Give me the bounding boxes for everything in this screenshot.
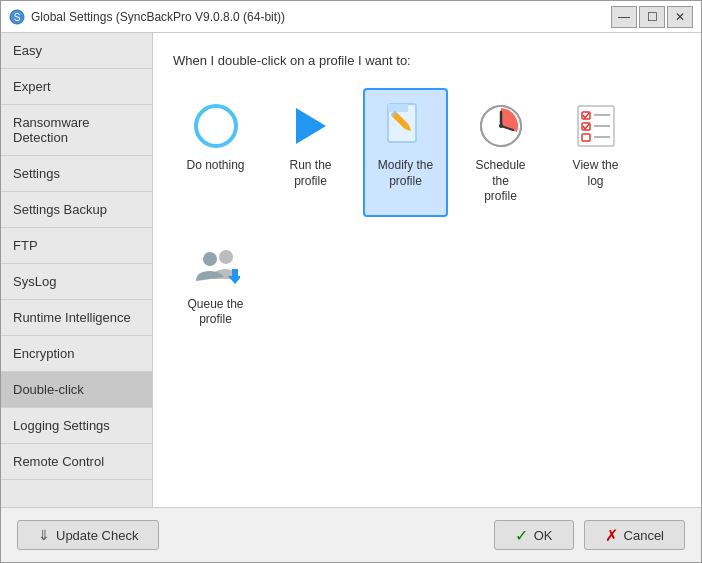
circle-icon — [190, 100, 242, 152]
queue-icon — [190, 239, 242, 291]
update-check-label: Update Check — [56, 528, 138, 543]
schedule-icon — [475, 100, 527, 152]
svg-rect-18 — [582, 134, 590, 141]
footer-right: ✓ OK ✗ Cancel — [494, 520, 685, 550]
ok-button[interactable]: ✓ OK — [494, 520, 574, 550]
check-icon: ✓ — [515, 526, 528, 545]
option-schedule-profile-label: Schedule theprofile — [468, 158, 533, 205]
sidebar-item-encryption[interactable]: Encryption — [1, 336, 152, 372]
main-window: S Global Settings (SyncBackPro V9.0.8.0 … — [0, 0, 702, 563]
cancel-button[interactable]: ✗ Cancel — [584, 520, 685, 550]
content-area: When I double-click on a profile I want … — [153, 33, 701, 507]
window-title: Global Settings (SyncBackPro V9.0.8.0 (6… — [31, 10, 285, 24]
sidebar-item-runtime-intelligence[interactable]: Runtime Intelligence — [1, 300, 152, 336]
option-run-profile[interactable]: Run the profile — [268, 88, 353, 217]
close-button[interactable]: ✕ — [667, 6, 693, 28]
option-run-profile-label: Run the profile — [278, 158, 343, 189]
svg-point-11 — [499, 124, 503, 128]
maximize-button[interactable]: ☐ — [639, 6, 665, 28]
edit-icon — [380, 100, 432, 152]
sidebar-item-syslog[interactable]: SysLog — [1, 264, 152, 300]
ok-label: OK — [534, 528, 553, 543]
sidebar-item-ransomware-detection[interactable]: Ransomware Detection — [1, 105, 152, 156]
svg-text:S: S — [14, 12, 21, 23]
footer-left: ⇓ Update Check — [17, 520, 159, 550]
svg-rect-3 — [388, 104, 408, 112]
profile-options: Do nothing Run the profile — [173, 88, 681, 340]
title-bar-left: S Global Settings (SyncBackPro V9.0.8.0 … — [9, 9, 285, 25]
x-icon: ✗ — [605, 526, 618, 545]
option-view-log-label: View the log — [563, 158, 628, 189]
app-icon: S — [9, 9, 25, 25]
title-bar: S Global Settings (SyncBackPro V9.0.8.0 … — [1, 1, 701, 33]
option-view-log[interactable]: View the log — [553, 88, 638, 217]
option-do-nothing[interactable]: Do nothing — [173, 88, 258, 217]
main-content: Easy Expert Ransomware Detection Setting… — [1, 33, 701, 507]
cancel-label: Cancel — [624, 528, 664, 543]
option-queue-profile[interactable]: Queue theprofile — [173, 227, 258, 340]
title-bar-buttons: — ☐ ✕ — [611, 6, 693, 28]
sidebar-item-double-click[interactable]: Double-click — [1, 372, 152, 408]
option-modify-profile-label: Modify theprofile — [378, 158, 433, 189]
sidebar-item-logging-settings[interactable]: Logging Settings — [1, 408, 152, 444]
download-icon: ⇓ — [38, 527, 50, 543]
sidebar-item-easy[interactable]: Easy — [1, 33, 152, 69]
option-queue-profile-label: Queue theprofile — [187, 297, 243, 328]
play-icon — [285, 100, 337, 152]
minimize-button[interactable]: — — [611, 6, 637, 28]
update-check-button[interactable]: ⇓ Update Check — [17, 520, 159, 550]
sidebar-item-remote-control[interactable]: Remote Control — [1, 444, 152, 480]
sidebar: Easy Expert Ransomware Detection Setting… — [1, 33, 153, 507]
option-modify-profile[interactable]: Modify theprofile — [363, 88, 448, 217]
sidebar-item-ftp[interactable]: FTP — [1, 228, 152, 264]
footer: ⇓ Update Check ✓ OK ✗ Cancel — [1, 507, 701, 562]
content-prompt: When I double-click on a profile I want … — [173, 53, 681, 68]
sidebar-item-settings[interactable]: Settings — [1, 156, 152, 192]
option-schedule-profile[interactable]: Schedule theprofile — [458, 88, 543, 217]
sidebar-item-settings-backup[interactable]: Settings Backup — [1, 192, 152, 228]
option-do-nothing-label: Do nothing — [186, 158, 244, 174]
log-icon — [570, 100, 622, 152]
sidebar-item-expert[interactable]: Expert — [1, 69, 152, 105]
svg-point-21 — [203, 252, 217, 266]
svg-point-20 — [219, 250, 233, 264]
